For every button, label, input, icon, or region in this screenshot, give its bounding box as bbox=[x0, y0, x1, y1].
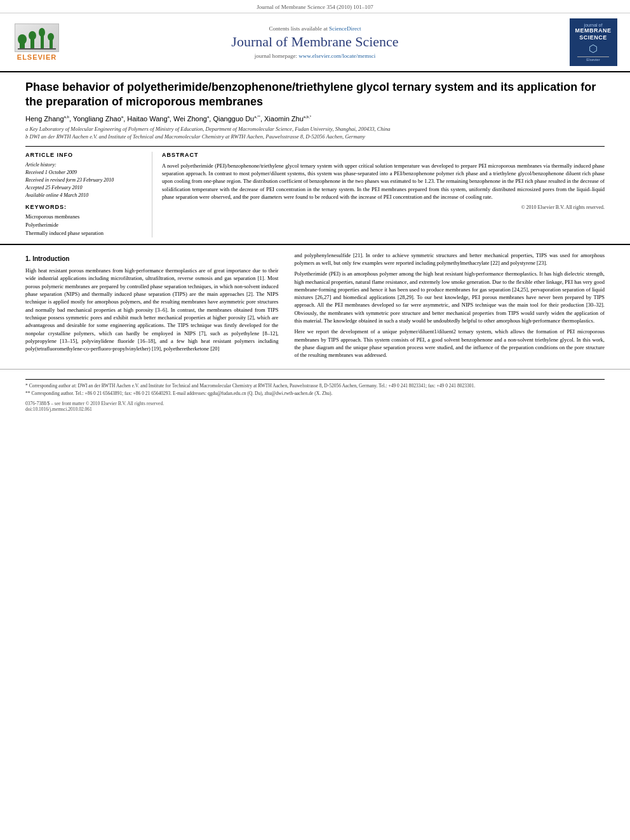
article-info-column: ARTICLE INFO Article history: Received 1… bbox=[25, 152, 152, 237]
journal-logo-right: journal of MEMBRANESCIENCE ⬡ Elsevier bbox=[568, 18, 619, 66]
jms-logo-membrane: MEMBRANESCIENCE bbox=[575, 27, 612, 41]
keyword-1: Microporous membranes bbox=[25, 213, 142, 221]
homepage-line: journal homepage: www.elsevier.com/locat… bbox=[62, 53, 568, 59]
abstract-header: ABSTRACT bbox=[162, 152, 605, 158]
elsevier-brand-text: ELSEVIER bbox=[17, 53, 57, 61]
keyword-2: Polyetherimide bbox=[25, 221, 142, 229]
svg-point-5 bbox=[39, 28, 45, 37]
intro-para4: Here we report the development of a uniq… bbox=[294, 328, 605, 359]
affiliation-a: a Key Laboratory of Molecular Engineerin… bbox=[25, 126, 605, 133]
main-content: 1. Introduction High heat resistant poro… bbox=[0, 244, 630, 363]
jms-logo-icon: ⬡ bbox=[589, 43, 598, 55]
footnote-1: * Corresponding author at: DWI an der RW… bbox=[25, 383, 605, 390]
journal-title-center: Contents lists available at ScienceDirec… bbox=[62, 25, 568, 59]
intro-para3: Polyetherimide (PEI) is an amorphous pol… bbox=[294, 270, 605, 324]
footer-divider bbox=[25, 379, 605, 380]
intro-section-title: 1. Introduction bbox=[25, 255, 278, 264]
keyword-3: Thermally induced phase separation bbox=[25, 229, 142, 237]
svg-point-3 bbox=[29, 31, 36, 40]
svg-point-7 bbox=[48, 33, 54, 41]
keywords-section: Keywords: Microporous membranes Polyethe… bbox=[25, 204, 142, 237]
revised-date: Received in revised form 23 February 201… bbox=[25, 177, 142, 183]
journal-citation-bar: Journal of Membrane Science 354 (2010) 1… bbox=[0, 0, 630, 13]
journal-title: Journal of Membrane Science bbox=[62, 34, 568, 50]
info-abstract-section: ARTICLE INFO Article history: Received 1… bbox=[25, 146, 605, 237]
journal-logo-box: journal of MEMBRANESCIENCE ⬡ Elsevier bbox=[570, 18, 617, 66]
contents-available: Contents lists available at ScienceDirec… bbox=[62, 25, 568, 32]
online-date: Available online 4 March 2010 bbox=[25, 192, 142, 199]
svg-rect-4 bbox=[41, 35, 44, 49]
jms-logo-top-text: journal of bbox=[584, 23, 603, 27]
svg-rect-8 bbox=[18, 48, 56, 50]
jms-logo-bottom: Elsevier bbox=[586, 58, 600, 62]
affiliation-b: b DWI an der RWTH Aachen e.V. and Instit… bbox=[25, 133, 605, 141]
article-info-header: ARTICLE INFO bbox=[25, 152, 142, 158]
svg-rect-6 bbox=[50, 39, 53, 49]
intro-para2: and polyphenylenesulfide [21]. In order … bbox=[294, 251, 605, 267]
footer-bottom: 0376-7388/$ – see front matter © 2010 El… bbox=[25, 401, 605, 412]
accepted-date: Accepted 25 February 2010 bbox=[25, 184, 142, 191]
intro-para1: High heat resistant porous membranes fro… bbox=[25, 267, 278, 352]
page-footer: * Corresponding author at: DWI an der RW… bbox=[0, 369, 630, 415]
svg-point-1 bbox=[18, 34, 27, 44]
article-title: Phase behavior of polyetherimide/benzoph… bbox=[25, 80, 605, 110]
elsevier-logo-image bbox=[15, 23, 59, 52]
authors-line: Heng Zhanga,b, Yongliang Zhaoa, Haitao W… bbox=[25, 115, 605, 123]
rights-reserved: 0376-7388/$ – see front matter © 2010 El… bbox=[25, 401, 605, 406]
journal-header: ELSEVIER Contents lists available at Sci… bbox=[0, 13, 630, 72]
jms-logo-divider bbox=[577, 57, 609, 57]
history-label: Article history: bbox=[25, 162, 142, 168]
abstract-text: A novel polyetherimide (PEI)/benzophenon… bbox=[162, 162, 605, 201]
journal-citation: Journal of Membrane Science 354 (2010) 1… bbox=[257, 4, 373, 10]
abstract-column: ABSTRACT A novel polyetherimide (PEI)/be… bbox=[152, 152, 605, 237]
elsevier-logo: ELSEVIER bbox=[11, 23, 62, 61]
content-right-column: and polyphenylenesulfide [21]. In order … bbox=[286, 251, 605, 363]
received-date: Received 1 October 2009 bbox=[25, 169, 142, 176]
homepage-url[interactable]: www.elsevier.com/locate/memsci bbox=[298, 53, 375, 59]
sciencedirect-link[interactable]: ScienceDirect bbox=[329, 25, 361, 32]
copyright-line: © 2010 Elsevier B.V. All rights reserved… bbox=[162, 204, 605, 210]
elsevier-tree-icon bbox=[17, 25, 58, 51]
doi-line: doi:10.1016/j.memsci.2010.02.061 bbox=[25, 406, 605, 412]
footnote-2: ** Corresponding author. Tel.: +86 0 21 … bbox=[25, 390, 605, 397]
keywords-header: Keywords: bbox=[25, 204, 142, 210]
article-section: Phase behavior of polyetherimide/benzoph… bbox=[0, 72, 630, 237]
page: Journal of Membrane Science 354 (2010) 1… bbox=[0, 0, 630, 840]
affiliations: a Key Laboratory of Molecular Engineerin… bbox=[25, 126, 605, 141]
content-left-column: 1. Introduction High heat resistant poro… bbox=[25, 251, 286, 363]
